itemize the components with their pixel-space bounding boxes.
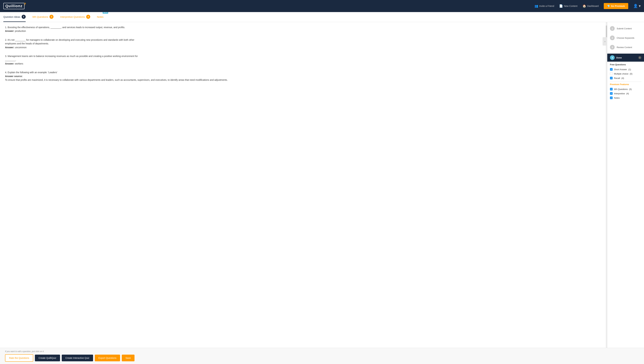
q3-number: 3. [5,55,8,58]
questions-list: 1. Boosting the effectiveness of operati… [0,22,606,348]
q3-answer: workers [15,62,23,65]
tab-interpretive-questions-label: Interpretive Questions [60,16,85,18]
interpretive-checkbox[interactable]: ✓ [610,92,613,95]
recall-checkbox[interactable]: ✓ [610,77,613,80]
go-premium-button[interactable]: 💎 Go Premium [604,3,628,9]
tab-wh-questions-label: Wh Questions [32,16,48,18]
step-3-label: Review Content [617,46,632,48]
type-multiple-choice[interactable]: Multiple choice (0) [610,72,641,76]
done-info-icon[interactable]: i [638,56,641,59]
step-1-label: Submit Content [617,27,632,30]
notes-checkbox[interactable]: ✓ [610,96,613,99]
tab-interpretive-questions[interactable]: Interpretive Questions 4 [60,12,90,22]
question-4[interactable]: 4. Explain the following with an example… [5,70,601,82]
create-quilli-quiz-button[interactable]: Create QuilliQuiz [35,354,60,361]
sidebar-collapse-button[interactable]: › [602,37,607,46]
type-short-answer[interactable]: ✓ Short Answer (1) [610,67,641,72]
q2-text-before: It's not ________ for managers to collab… [8,38,134,41]
wh-questions-count: (3) [629,88,632,90]
tab-wh-questions-badge: 3 [50,15,54,19]
sidebar: 1 Submit Content 2 Choose Keywords 3 Rev… [607,22,644,348]
tab-interpretive-badge: 4 [86,15,90,19]
multiple-choice-label: Multiple choice [614,72,628,75]
invite-label: Invite a Friend [539,5,554,7]
create-interactive-quiz-button[interactable]: Create Interactive Quiz [62,354,93,361]
logo[interactable]: Quillionz ? [3,3,25,9]
step-4-circle: 4 [610,55,615,60]
tab-question-ideas-badge: 5 [22,15,26,19]
multiple-choice-checkbox[interactable] [610,72,613,75]
header: Quillionz ? 👥 Invite a Friend 📄 New Cont… [0,0,644,12]
logo-text: Quillionz [5,4,23,8]
q4-number: 4. [5,71,8,74]
free-questions-section: Free Questions ✓ Short Answer (1) Multip… [607,62,644,102]
q1-text: Boosting the effectiveness of operations… [8,26,125,29]
beta-badge: BETA [103,12,108,14]
steps-list: 1 Submit Content 2 Choose Keywords 3 Rev… [607,22,644,54]
step-2-label: Choose Keywords [617,37,634,39]
action-buttons: Rate the Questions Create QuilliQuiz Cre… [5,354,639,362]
logo-question-mark: ? [24,2,26,6]
q4-answer-source: To ensure that profits are maximized, it… [5,78,228,81]
step-2-circle: 2 [610,36,615,40]
dashboard-nav[interactable]: 🏠 Dashboard [582,4,599,8]
short-answer-label: Short Answer [614,68,627,71]
edit-hint: If you want to edit a question, just cli… [5,350,639,352]
type-wh-questions[interactable]: ✓ Wh Questions (3) [610,87,641,91]
wh-questions-checkbox[interactable]: ✓ [610,88,613,90]
dashboard-icon: 🏠 [582,4,586,8]
tabs: Question Ideas 5 Wh Questions 3 Interpre… [0,12,644,22]
tab-question-ideas-label: Question Ideas [3,16,20,18]
header-nav: 👥 Invite a Friend 📄 New Content 🏠 Dashbo… [534,3,641,9]
q2-text-after: employees and the heads of departments. [5,42,49,45]
multiple-choice-count: (0) [630,72,632,75]
tab-question-ideas[interactable]: Question Ideas 5 [3,12,26,22]
main-container: Question Ideas 5 Wh Questions 3 Interpre… [0,12,644,364]
rate-questions-button[interactable]: Rate the Questions [5,354,33,362]
type-recall[interactable]: ✓ Recall (4) [610,76,641,80]
short-answer-checkbox[interactable]: ✓ [610,68,613,71]
dashboard-label: Dashboard [587,5,599,7]
question-1[interactable]: 1. Boosting the effectiveness of operati… [5,26,601,33]
short-answer-count: (1) [628,68,631,71]
content-area: Question Ideas 5 Wh Questions 3 Interpre… [0,12,644,364]
step-3[interactable]: 3 Review Content [607,42,644,52]
scrollbar[interactable] [606,22,607,348]
user-menu-icon[interactable]: 👤 ▾ [633,4,641,8]
interpretive-label: Interpretive [614,92,625,95]
type-notes[interactable]: ✓ Notes [610,96,641,100]
new-content-label: New Content [564,5,577,7]
invite-friend-nav[interactable]: 👥 Invite a Friend [534,4,554,8]
new-content-icon: 📄 [559,4,563,8]
q2-number: 2. [5,38,8,41]
tab-notes[interactable]: Notes BETA [97,13,103,22]
q3-answer-label: Answer: [5,62,14,65]
q1-answer: production [15,30,26,32]
q2-answer-label: Answer: [5,46,14,49]
new-content-nav[interactable]: 📄 New Content [559,4,577,8]
tab-wh-questions[interactable]: Wh Questions 3 [32,12,54,22]
type-interpretive[interactable]: ✓ Interpretive (4) [610,91,641,96]
question-2[interactable]: 2. It's not ________ for managers to col… [5,38,601,49]
content-wrapper: 1. Boosting the effectiveness of operati… [0,22,644,348]
done-label: Done [616,56,622,59]
step-2[interactable]: 2 Choose Keywords [607,33,644,42]
q1-number: 1. [5,26,8,29]
q4-text: Explain the following with an example: '… [8,71,57,74]
q3-text-before: Management teams aim to balance increasi… [8,55,138,58]
wh-questions-sidebar-label: Wh Questions [614,88,628,90]
step-1[interactable]: 1 Submit Content [607,24,644,33]
diamond-icon: 💎 [607,5,610,7]
question-3[interactable]: 3. Management teams aim to balance incre… [5,54,601,66]
go-premium-label: Go Premium [611,5,625,7]
free-questions-title: Free Questions [610,63,641,66]
notes-sidebar-label: Notes [614,97,620,99]
premium-features-title: Premium Features [610,83,641,86]
q2-answer: uncommon [15,46,27,49]
step-3-circle: 3 [610,45,615,50]
done-section: 4 Done i [607,54,644,62]
recall-count: (4) [621,77,624,80]
recall-label: Recall [614,77,620,80]
save-button[interactable]: Save [122,354,134,361]
export-questions-button[interactable]: Export Questions [95,354,120,361]
